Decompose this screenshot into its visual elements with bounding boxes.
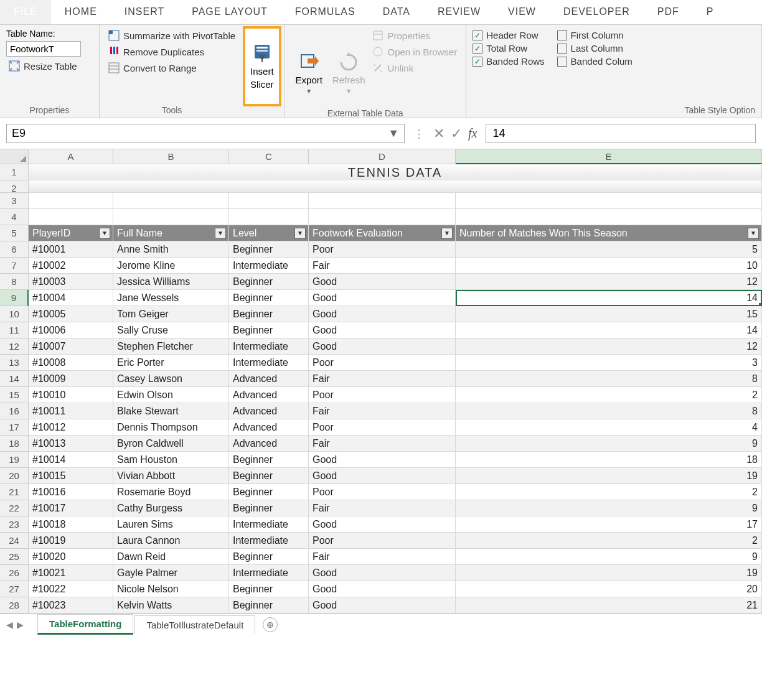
title-cell[interactable] xyxy=(29,180,762,193)
cell-footwork[interactable]: Good xyxy=(309,274,456,290)
resize-table-button[interactable]: Resize Table xyxy=(6,59,93,73)
cell-fullname[interactable]: Edwin Olson xyxy=(113,387,229,403)
cell-matches-won[interactable]: 18 xyxy=(456,452,762,468)
cell-matches-won[interactable]: 5 xyxy=(456,241,762,258)
cell-matches-won[interactable]: 2 xyxy=(456,387,762,403)
cell-level[interactable]: Advanced xyxy=(229,436,309,452)
cell-footwork[interactable]: Good xyxy=(309,597,456,614)
row-header[interactable]: 20 xyxy=(0,468,29,484)
cell-playerid[interactable]: #10013 xyxy=(29,436,113,452)
cell-footwork[interactable]: Good xyxy=(309,452,456,468)
cell-fullname[interactable]: Rosemarie Boyd xyxy=(113,484,229,500)
cell-fullname[interactable]: Dennis Thompson xyxy=(113,419,229,436)
cell-fullname[interactable]: Kelvin Watts xyxy=(113,597,229,614)
banded-rows-checkbox[interactable]: Banded Rows xyxy=(473,55,544,68)
cell[interactable] xyxy=(309,209,456,225)
cell-playerid[interactable]: #10010 xyxy=(29,387,113,403)
cell-playerid[interactable]: #10005 xyxy=(29,306,113,322)
cell-matches-won[interactable]: 8 xyxy=(456,371,762,387)
tab-view[interactable]: VIEW xyxy=(494,0,550,24)
cell-playerid[interactable]: #10021 xyxy=(29,565,113,581)
table-header[interactable]: PlayerID▼ xyxy=(29,225,113,241)
col-header-d[interactable]: D xyxy=(309,149,456,164)
row-header[interactable]: 18 xyxy=(0,436,29,452)
cell-playerid[interactable]: #10018 xyxy=(29,516,113,533)
row-header[interactable]: 6 xyxy=(0,241,29,258)
row-header[interactable]: 25 xyxy=(0,549,29,565)
cell-matches-won[interactable]: 9 xyxy=(456,500,762,516)
cell-fullname[interactable]: Stephen Fletcher xyxy=(113,338,229,355)
cell-level[interactable]: Intermediate xyxy=(229,355,309,371)
formula-input[interactable]: 14 xyxy=(486,124,756,143)
cell-fullname[interactable]: Nicole Nelson xyxy=(113,581,229,597)
tab-formulas[interactable]: FORMULAS xyxy=(281,0,369,24)
cell-level[interactable]: Beginner xyxy=(229,468,309,484)
cell-fullname[interactable]: Jane Wessels xyxy=(113,290,229,306)
table-header[interactable]: Full Name▼ xyxy=(113,225,229,241)
cell-footwork[interactable]: Good xyxy=(309,338,456,355)
cell-matches-won[interactable]: 19 xyxy=(456,468,762,484)
filter-dropdown-icon[interactable]: ▼ xyxy=(215,228,226,239)
row-header[interactable]: 3 xyxy=(0,193,29,209)
cell-footwork[interactable]: Fair xyxy=(309,258,456,274)
sheet-add-button[interactable]: ⊕ xyxy=(263,617,278,632)
cell-footwork[interactable]: Fair xyxy=(309,500,456,516)
cell-level[interactable]: Intermediate xyxy=(229,258,309,274)
row-header[interactable]: 9 xyxy=(0,290,29,306)
tab-home[interactable]: HOME xyxy=(51,0,111,24)
cell-matches-won[interactable]: 19 xyxy=(456,565,762,581)
col-header-e[interactable]: E xyxy=(456,149,762,164)
sheet-nav-prev-icon[interactable]: ◀ xyxy=(6,620,13,630)
cell[interactable] xyxy=(29,193,113,209)
row-header[interactable]: 12 xyxy=(0,338,29,355)
insert-slicer-button[interactable]: Insert Slicer xyxy=(243,26,281,106)
cell-level[interactable]: Advanced xyxy=(229,403,309,419)
table-header[interactable]: Number of Matches Won This Season▼ xyxy=(456,225,762,241)
tab-developer[interactable]: DEVELOPER xyxy=(550,0,644,24)
cell-matches-won[interactable]: 2 xyxy=(456,484,762,500)
cell-fullname[interactable]: Vivian Abbott xyxy=(113,468,229,484)
cell-matches-won[interactable]: 2 xyxy=(456,533,762,549)
row-header[interactable]: 14 xyxy=(0,371,29,387)
cell-playerid[interactable]: #10006 xyxy=(29,322,113,338)
tab-page-layout[interactable]: PAGE LAYOUT xyxy=(178,0,281,24)
cell-fullname[interactable]: Byron Caldwell xyxy=(113,436,229,452)
cell-fullname[interactable]: Sam Houston xyxy=(113,452,229,468)
cell-fullname[interactable]: Jessica Williams xyxy=(113,274,229,290)
cell-playerid[interactable]: #10009 xyxy=(29,371,113,387)
cell-playerid[interactable]: #10001 xyxy=(29,241,113,258)
row-header[interactable]: 13 xyxy=(0,355,29,371)
cell-matches-won[interactable]: 12 xyxy=(456,274,762,290)
row-header[interactable]: 24 xyxy=(0,533,29,549)
row-header[interactable]: 27 xyxy=(0,581,29,597)
cell-level[interactable]: Beginner xyxy=(229,290,309,306)
name-box[interactable]: E9 ▼ xyxy=(6,124,405,143)
cell-footwork[interactable]: Good xyxy=(309,306,456,322)
cell-level[interactable]: Beginner xyxy=(229,597,309,614)
cell-level[interactable]: Beginner xyxy=(229,452,309,468)
cell-playerid[interactable]: #10020 xyxy=(29,549,113,565)
cell-matches-won[interactable]: 14 xyxy=(456,290,762,306)
row-header[interactable]: 11 xyxy=(0,322,29,338)
cell-footwork[interactable]: Fair xyxy=(309,436,456,452)
cell-matches-won[interactable]: 15 xyxy=(456,306,762,322)
filter-dropdown-icon[interactable]: ▼ xyxy=(99,228,110,239)
tab-file[interactable]: FILE xyxy=(0,0,51,24)
cell-playerid[interactable]: #10003 xyxy=(29,274,113,290)
cell-level[interactable]: Advanced xyxy=(229,387,309,403)
cell-matches-won[interactable]: 21 xyxy=(456,597,762,614)
fx-icon[interactable]: fx xyxy=(468,126,477,141)
cell-footwork[interactable]: Good xyxy=(309,581,456,597)
cell-level[interactable]: Beginner xyxy=(229,484,309,500)
cell-fullname[interactable]: Jerome Kline xyxy=(113,258,229,274)
cell-fullname[interactable]: Blake Stewart xyxy=(113,403,229,419)
cell-matches-won[interactable]: 8 xyxy=(456,403,762,419)
row-header[interactable]: 23 xyxy=(0,516,29,533)
row-header[interactable]: 16 xyxy=(0,403,29,419)
cell-matches-won[interactable]: 3 xyxy=(456,355,762,371)
cell-fullname[interactable]: Gayle Palmer xyxy=(113,565,229,581)
row-header[interactable]: 17 xyxy=(0,419,29,436)
row-header[interactable]: 1 xyxy=(0,164,29,180)
table-name-input[interactable] xyxy=(6,41,81,57)
row-header[interactable]: 7 xyxy=(0,258,29,274)
